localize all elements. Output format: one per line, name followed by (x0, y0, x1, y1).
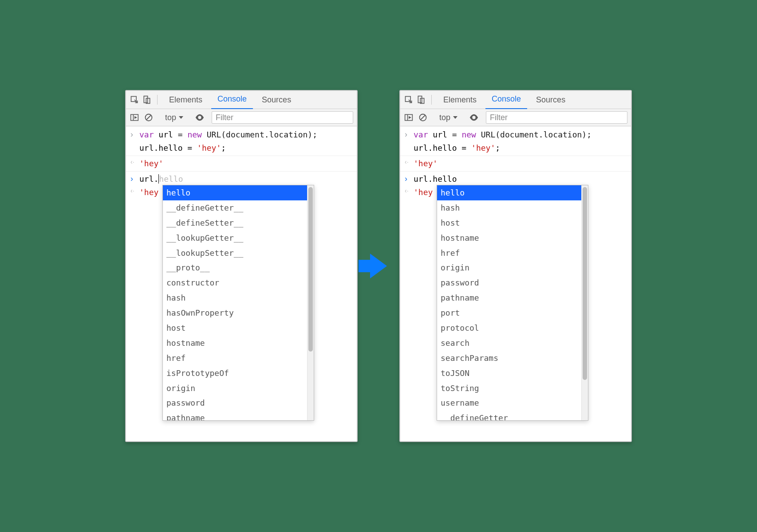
console-input-row: url.hello = 'hey'; (400, 141, 631, 155)
live-expression-icon[interactable] (469, 113, 479, 122)
autocomplete-item[interactable]: hostname (437, 231, 581, 246)
console-prompt-row[interactable]: › url.hello (400, 172, 631, 186)
autocomplete-item[interactable]: constructor (163, 275, 307, 290)
filter-placeholder: Filter (490, 113, 508, 122)
autocomplete-item[interactable]: href (163, 351, 307, 366)
tab-elements[interactable]: Elements (163, 91, 209, 109)
scrollbar-thumb[interactable] (308, 187, 313, 352)
context-label: top (165, 113, 176, 122)
autocomplete-item[interactable]: password (437, 275, 581, 290)
tab-console[interactable]: Console (485, 90, 527, 110)
autocomplete-item[interactable]: isPrototypeOf (163, 366, 307, 381)
autocomplete-popup[interactable]: hello__defineGetter____defineSetter____l… (162, 185, 314, 421)
output-value: 'hey' (414, 157, 438, 170)
autocomplete-item[interactable]: pathname (437, 290, 581, 305)
autocomplete-item[interactable]: host (163, 321, 307, 336)
autocomplete-list: hello__defineGetter____defineSetter____l… (163, 185, 307, 420)
prompt-chevron-icon: › (130, 173, 139, 185)
separator (431, 95, 432, 105)
console-input-row: › var url = new URL(document.location); (400, 128, 631, 141)
autocomplete-item[interactable]: toJSON (437, 366, 581, 381)
arrow-icon (370, 254, 387, 278)
code-line: url.hello = 'hey'; (414, 142, 500, 154)
console-prompt-row[interactable]: › url.hello (126, 172, 357, 186)
devtools-panel-right: Elements Console Sources top Filter (399, 90, 632, 442)
autocomplete-item[interactable]: protocol (437, 321, 581, 336)
console-body[interactable]: › var url = new URL(document.location); … (400, 126, 631, 441)
inspect-icon[interactable] (404, 95, 414, 105)
autocomplete-item[interactable]: hello (437, 185, 581, 200)
autocomplete-item[interactable]: pathname (163, 411, 307, 420)
output-chevron-icon: ‹· (130, 186, 139, 199)
autocomplete-item[interactable]: __defineGetter__ (163, 200, 307, 215)
autocomplete-item[interactable]: href (437, 246, 581, 261)
console-input-row: url.hello = 'hey'; (126, 141, 357, 155)
live-expression-icon[interactable] (195, 113, 205, 122)
autocomplete-scrollbar[interactable] (307, 185, 314, 420)
autocomplete-item[interactable]: origin (163, 381, 307, 396)
tab-sources[interactable]: Sources (256, 91, 297, 109)
devtools-panel-left: Elements Console Sources top Filter (125, 90, 358, 442)
tab-bar: Elements Console Sources (400, 91, 631, 109)
filter-placeholder: Filter (216, 113, 233, 122)
autocomplete-item[interactable]: hasOwnProperty (163, 305, 307, 321)
prompt-input[interactable]: url.hello (414, 173, 457, 185)
filter-input[interactable]: Filter (486, 111, 627, 124)
autocomplete-list: hellohashhosthostnamehreforiginpasswordp… (437, 185, 581, 420)
console-output-row: ‹· 'hey' (126, 157, 357, 170)
autocomplete-popup[interactable]: hellohashhosthostnamehreforiginpasswordp… (437, 185, 588, 421)
autocomplete-item[interactable]: __lookupSetter__ (163, 246, 307, 261)
eager-eval: 'hey (139, 186, 158, 199)
autocomplete-item[interactable]: host (437, 215, 581, 231)
autocomplete-item[interactable]: search (437, 336, 581, 351)
device-icon[interactable] (416, 95, 426, 105)
autocomplete-item[interactable]: __defineSetter__ (163, 215, 307, 231)
output-value: 'hey' (139, 157, 163, 170)
console-output-row: ‹· 'hey' (400, 157, 631, 170)
prompt-chevron-icon: › (405, 173, 414, 185)
tab-sources[interactable]: Sources (530, 91, 572, 109)
output-chevron-icon: ‹· (405, 157, 414, 170)
device-icon[interactable] (142, 95, 152, 105)
execution-context-selector[interactable]: top (437, 112, 460, 123)
autocomplete-item[interactable]: hostname (163, 336, 307, 351)
autocomplete-item[interactable]: username (437, 395, 581, 411)
autocomplete-item[interactable]: __lookupGetter__ (163, 231, 307, 246)
output-chevron-icon: ‹· (405, 186, 414, 199)
console-toolbar: top Filter (126, 109, 357, 126)
inspect-icon[interactable] (130, 95, 139, 105)
input-chevron-icon: › (130, 129, 139, 141)
clear-console-icon[interactable] (418, 113, 428, 122)
execution-context-selector[interactable]: top (162, 112, 186, 123)
autocomplete-scrollbar[interactable] (581, 185, 588, 420)
console-body[interactable]: › var url = new URL(document.location); … (126, 126, 357, 441)
tab-bar: Elements Console Sources (126, 91, 357, 109)
autocomplete-item[interactable]: toString (437, 381, 581, 396)
autocomplete-item[interactable]: __defineGetter__ (437, 411, 581, 420)
sidebar-toggle-icon[interactable] (130, 113, 139, 122)
autocomplete-item[interactable]: origin (437, 260, 581, 275)
separator (157, 95, 158, 105)
filter-input[interactable]: Filter (212, 111, 353, 124)
autocomplete-item[interactable]: hello (163, 185, 307, 200)
autocomplete-item[interactable]: searchParams (437, 351, 581, 366)
scrollbar-thumb[interactable] (583, 187, 587, 380)
output-chevron-icon: ‹· (130, 157, 139, 170)
prompt-input[interactable]: url.hello (139, 173, 183, 185)
sidebar-toggle-icon[interactable] (404, 113, 414, 122)
context-label: top (439, 113, 450, 122)
code-line: url.hello = 'hey'; (139, 142, 226, 154)
code-line: var url = new URL(document.location); (139, 129, 317, 141)
autocomplete-item[interactable]: password (163, 395, 307, 411)
clear-console-icon[interactable] (144, 113, 154, 122)
autocomplete-item[interactable]: hash (163, 290, 307, 305)
tab-elements[interactable]: Elements (437, 91, 483, 109)
tab-console[interactable]: Console (211, 90, 253, 110)
input-chevron-icon: › (405, 129, 414, 141)
eager-eval: 'hey (414, 186, 433, 199)
autocomplete-item[interactable]: port (437, 305, 581, 321)
autocomplete-item[interactable]: hash (437, 200, 581, 215)
code-line: var url = new URL(document.location); (414, 129, 591, 141)
console-input-row: › var url = new URL(document.location); (126, 128, 357, 141)
autocomplete-item[interactable]: __proto__ (163, 260, 307, 275)
